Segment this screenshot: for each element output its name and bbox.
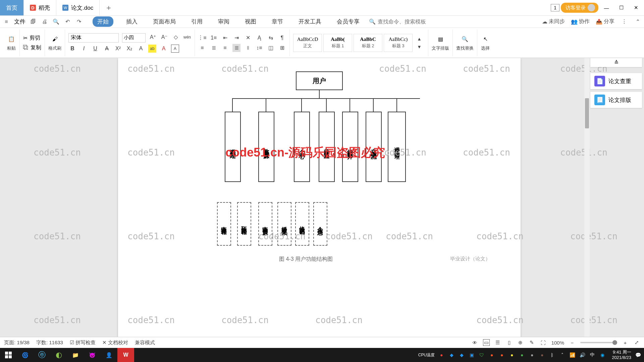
size-select[interactable] (122, 33, 146, 43)
word-count[interactable]: 字数: 11633 (36, 340, 63, 346)
share-button[interactable]: 📤分享 (596, 18, 614, 25)
collapse-panel-button[interactable]: ≙ (590, 58, 642, 67)
taskbar-browser[interactable]: ◐ (50, 348, 67, 362)
align-center-icon[interactable]: ≣ (210, 44, 218, 52)
distribute-icon[interactable]: ⫴ (244, 44, 252, 52)
cut-button[interactable]: ✂剪切 (23, 35, 40, 42)
tab-add-button[interactable]: ＋ (100, 0, 118, 15)
increase-font-icon[interactable]: A⁺ (149, 33, 157, 41)
taskbar-app3[interactable]: 👤 (101, 348, 117, 362)
scrollbar-vertical[interactable] (584, 58, 590, 337)
font-select[interactable] (68, 33, 119, 43)
search-box[interactable]: 🔍 (369, 18, 438, 25)
find-icon[interactable]: 🔍 (460, 35, 470, 44)
style-up-icon[interactable]: ▴ (415, 35, 423, 43)
asian-layout-icon[interactable]: ✕ (244, 34, 252, 42)
zoom-in-button[interactable]: + (622, 339, 629, 346)
style-heading3[interactable]: AaBbCc)标题 3 (384, 34, 413, 52)
bluetooth-icon[interactable]: ᛒ (549, 352, 555, 358)
file-menu[interactable]: 文件 (14, 18, 25, 25)
taskbar-wps[interactable]: W (117, 348, 134, 362)
clear-format-icon[interactable]: ◇ (172, 33, 180, 41)
subscript-button[interactable]: X₂ (125, 45, 133, 53)
style-normal[interactable]: AaBbCcD正文 (293, 34, 322, 52)
page-indicator[interactable]: 页面: 19/38 (4, 340, 30, 346)
chevron-up-icon[interactable]: ˄ (559, 352, 566, 358)
tab-daoke[interactable]: D稻壳 (24, 0, 56, 15)
tab-view[interactable]: 视图 (242, 16, 259, 27)
paper-check-button[interactable]: 📄论文查重 (590, 73, 642, 89)
outline-icon[interactable]: ☰ (494, 339, 501, 346)
taskbar-app2[interactable]: 😈 (84, 348, 101, 362)
tab-page-layout[interactable]: 页面布局 (150, 16, 178, 27)
text-layout-icon[interactable]: ▤ (436, 35, 445, 44)
tab-icon[interactable]: ⇆ (267, 34, 275, 42)
login-button[interactable]: 访客登录 (561, 3, 598, 13)
tab-document[interactable]: W论文.doc (56, 0, 100, 15)
start-button[interactable] (0, 348, 17, 362)
read-icon[interactable]: ▯ (506, 339, 513, 346)
bullet-list-icon[interactable]: ⋮≡ (198, 34, 206, 42)
page-view-icon[interactable]: ▭ (483, 339, 490, 346)
tray-icon[interactable]: ◆ (448, 352, 455, 358)
border-icon[interactable]: ⊞ (278, 44, 286, 52)
highlight-icon[interactable]: ab (148, 45, 156, 53)
tray-icon[interactable]: ◉ (599, 352, 606, 358)
style-heading1[interactable]: AaBb(标题 1 (323, 34, 352, 52)
decrease-font-icon[interactable]: A⁻ (160, 33, 168, 41)
tray-icon[interactable]: ● (529, 352, 535, 358)
tray-icon[interactable]: ● (519, 352, 525, 358)
decrease-indent-icon[interactable]: ⇤ (221, 34, 229, 42)
cursor-icon[interactable]: ↖ (481, 35, 490, 44)
collab-button[interactable]: 👥协作 (571, 18, 590, 25)
paste-icon[interactable]: 📋 (7, 35, 16, 44)
tab-start[interactable]: 开始 (93, 16, 113, 27)
tray-icon[interactable]: ● (498, 352, 505, 358)
eye-icon[interactable]: 👁 (472, 339, 478, 346)
style-down-icon[interactable]: ▾ (415, 43, 423, 51)
preview-icon[interactable]: 🔍 (52, 18, 60, 25)
taskbar-ie[interactable]: ⓔ (34, 348, 50, 362)
underline-button[interactable]: U (91, 45, 99, 53)
badge-icon[interactable]: 1 (551, 4, 559, 11)
volume-icon[interactable]: 🔊 (579, 352, 586, 358)
tray-icon[interactable]: ● (539, 352, 545, 358)
fullscreen-icon[interactable]: ⤢ (633, 339, 640, 346)
more-icon[interactable]: ⋮ (621, 18, 628, 25)
tab-member[interactable]: 会员专享 (334, 16, 362, 27)
tab-review[interactable]: 审阅 (215, 16, 232, 27)
undo-icon[interactable]: ↶ (64, 18, 71, 25)
ime-icon[interactable]: 中 (589, 352, 596, 358)
show-marks-icon[interactable]: ¶ (278, 34, 286, 42)
tray-icon[interactable]: ● (508, 352, 515, 358)
align-left-icon[interactable]: ≡ (198, 44, 206, 52)
search-input[interactable] (378, 19, 438, 25)
collapse-ribbon-icon[interactable]: ⌃ (634, 18, 641, 25)
line-spacing-icon[interactable]: ↕≡ (255, 44, 263, 52)
maximize-button[interactable]: ☐ (614, 3, 628, 13)
number-list-icon[interactable]: 1≡ (210, 34, 218, 42)
tray-icon[interactable]: 🛡 (478, 352, 485, 358)
tray-icon[interactable]: ● (488, 352, 495, 358)
cpu-temp-label[interactable]: CPU温度 (418, 352, 435, 358)
text-effect-icon[interactable]: A (137, 45, 145, 53)
justify-icon[interactable]: ≣ (232, 44, 240, 52)
web-icon[interactable]: ⊕ (517, 339, 524, 346)
save-icon[interactable]: 🗐 (30, 18, 37, 25)
superscript-button[interactable]: X² (114, 45, 122, 53)
notification-icon[interactable]: 💬 (635, 352, 641, 358)
font-color-icon[interactable]: A (160, 45, 168, 53)
align-right-icon[interactable]: ≡ (221, 44, 229, 52)
zoom-out-button[interactable]: − (569, 339, 576, 346)
tab-insert[interactable]: 插入 (123, 16, 140, 27)
shading-icon[interactable]: ◫ (267, 44, 275, 52)
increase-indent-icon[interactable]: ⇥ (232, 34, 240, 42)
copy-button[interactable]: ⿻复制 (23, 44, 41, 51)
paper-layout-button[interactable]: 📃论文排版 (590, 92, 642, 108)
hamburger-icon[interactable]: ≡ (3, 18, 10, 25)
tab-home[interactable]: 首页 (0, 0, 24, 15)
scroll-thumb[interactable] (585, 98, 589, 128)
phonetic-icon[interactable]: wén (183, 33, 191, 41)
sync-status[interactable]: ☁未同步 (542, 18, 565, 25)
redo-icon[interactable]: ↷ (75, 18, 83, 25)
